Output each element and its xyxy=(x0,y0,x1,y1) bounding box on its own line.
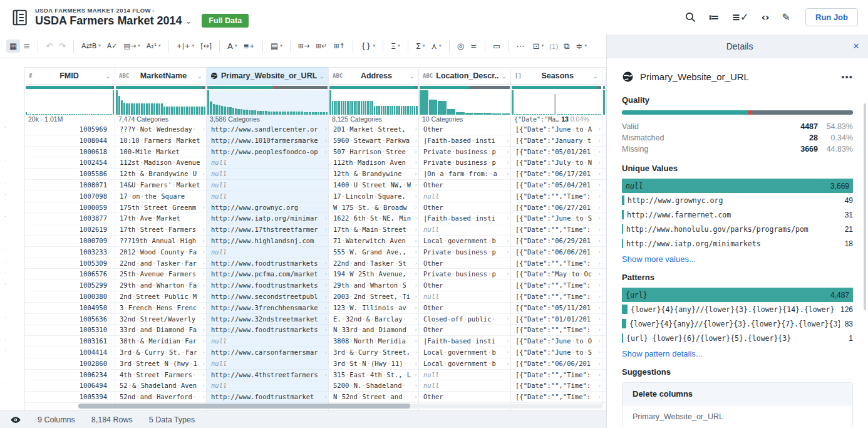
cell[interactable]: Private·business·p› xyxy=(419,269,510,280)
cell[interactable]: [{"Date":"05/04/201› xyxy=(511,180,602,191)
pattern-row[interactable]: {lower}{4}{any}//{lower}{3}.{lower}{7}.{… xyxy=(622,316,853,331)
transpose-icon[interactable]: ⊞↑ xyxy=(331,40,348,52)
histogram-bar[interactable] xyxy=(82,114,83,115)
histogram-bar[interactable] xyxy=(186,107,188,115)
cell[interactable]: null xyxy=(207,358,328,370)
histogram-bar[interactable] xyxy=(568,114,570,115)
cell[interactable]: Other xyxy=(419,202,510,214)
histogram-bar[interactable] xyxy=(407,106,409,115)
cell[interactable]: 1005310 xyxy=(25,325,115,336)
row-marker[interactable]: · xyxy=(0,290,24,301)
histogram-bar[interactable] xyxy=(405,106,407,115)
histogram-bar[interactable] xyxy=(381,106,383,115)
histogram-bar[interactable] xyxy=(245,110,247,115)
histogram-bar[interactable] xyxy=(63,114,64,115)
histogram-bar[interactable] xyxy=(581,114,583,115)
histogram-bar[interactable] xyxy=(403,106,405,115)
unique-value-row[interactable]: http://www.grownyc.org49 xyxy=(622,193,853,207)
cell[interactable]: null xyxy=(419,380,510,392)
cell[interactable]: 17·on·the·Square xyxy=(115,191,206,202)
cell[interactable]: http://www.foodtrustmarkets› xyxy=(207,280,328,291)
histogram-bar[interactable] xyxy=(108,114,110,115)
cell[interactable]: [{"Date":"","Time":› xyxy=(511,280,602,291)
histogram-bar[interactable] xyxy=(213,104,215,115)
histogram-bar[interactable] xyxy=(314,112,316,115)
row-marker[interactable]: · xyxy=(0,189,24,201)
histogram-bar[interactable] xyxy=(597,114,599,115)
select-columns-icon[interactable]: ⊡▾ xyxy=(530,39,547,53)
histogram-bar[interactable] xyxy=(396,106,398,115)
histogram-bar[interactable] xyxy=(550,114,552,115)
histogram-bar[interactable] xyxy=(534,114,536,115)
cell[interactable]: 1003877 xyxy=(25,213,115,224)
histogram-bar[interactable] xyxy=(273,112,275,115)
suggestion-card[interactable]: Delete columnsPrimary_Website_or_URL xyxy=(622,382,853,428)
histogram-bar[interactable] xyxy=(361,101,363,115)
cell[interactable]: [{"Date":"June·to·S› xyxy=(511,347,602,358)
histogram-bar[interactable] xyxy=(48,114,49,115)
cell[interactable]: 1004414 xyxy=(25,347,115,358)
histogram-bar[interactable] xyxy=(320,112,322,115)
row-marker[interactable]: · xyxy=(0,211,24,222)
cell[interactable]: http://www.secondstreetpubl› xyxy=(207,291,328,303)
cell[interactable]: 71·Waterwitch·Aven› xyxy=(329,236,418,247)
histogram-bar[interactable] xyxy=(523,114,525,115)
cell[interactable]: [{"Date":"","Time":› xyxy=(511,380,602,392)
quality-row-mismatched[interactable]: Mismatched280.34% xyxy=(622,132,853,144)
column-histogram[interactable] xyxy=(329,90,418,115)
histogram-bar[interactable] xyxy=(183,107,185,115)
cell[interactable]: 17·Lincoln·Square,› xyxy=(329,191,418,202)
cell[interactable]: null xyxy=(419,370,510,381)
histogram-bar[interactable] xyxy=(271,112,272,115)
histogram-bar[interactable] xyxy=(196,107,198,115)
cell[interactable]: 555·W.·Grand·Ave.,› xyxy=(329,247,418,258)
histogram-bar[interactable] xyxy=(141,103,143,115)
cell[interactable]: 194·W·25th·Avenue,› xyxy=(329,269,418,280)
row-marker[interactable]: · xyxy=(0,278,24,290)
histogram-bar[interactable] xyxy=(559,114,561,115)
row-marker[interactable]: · xyxy=(0,222,24,234)
histogram-bar[interactable] xyxy=(416,106,418,115)
cell[interactable]: 1008071 xyxy=(25,180,115,191)
histogram-bar[interactable] xyxy=(282,112,284,115)
pattern-row[interactable]: {lower}{4}{any}//{lower}{3}.{lower}{14}.… xyxy=(622,302,853,316)
cell[interactable]: http;//www.1010farmersmarke› xyxy=(207,135,328,147)
panel-scrollbar-thumb[interactable] xyxy=(864,103,866,310)
histogram-bar[interactable] xyxy=(249,110,251,115)
histogram-bar[interactable] xyxy=(100,114,101,115)
histogram-bar[interactable] xyxy=(243,110,245,115)
cell[interactable]: http://www.4thstreetfarmers› xyxy=(207,370,328,381)
histogram-bar[interactable] xyxy=(545,114,547,115)
histogram-bar[interactable] xyxy=(354,101,356,115)
pattern-row[interactable]: {url} {lower}{6}/{lower}{5}.{lower}{3}1 xyxy=(622,331,853,345)
histogram-bar[interactable] xyxy=(151,103,153,115)
histogram-bar[interactable] xyxy=(56,114,58,115)
cell[interactable]: 1002619 xyxy=(25,224,115,236)
replace-values-icon[interactable]: A⇄B▾ xyxy=(78,40,104,52)
histogram-bar[interactable] xyxy=(586,114,588,115)
cell[interactable]: 10:10·Farmers·Market xyxy=(115,135,206,147)
cell[interactable]: [{"Date":"June·to·S› xyxy=(511,213,602,224)
row-marker[interactable]: · xyxy=(0,378,24,390)
histogram-bar[interactable] xyxy=(378,106,380,115)
column-quality-bar[interactable] xyxy=(207,86,328,89)
histogram-bar[interactable] xyxy=(365,101,367,115)
histogram-bar[interactable] xyxy=(525,114,527,115)
histogram-bar[interactable] xyxy=(420,90,428,115)
histogram-bar[interactable] xyxy=(527,114,529,115)
histogram-bar[interactable] xyxy=(97,114,98,115)
histogram-bar[interactable] xyxy=(276,112,278,115)
cell[interactable]: 1000059 xyxy=(25,202,115,214)
histogram-bar[interactable] xyxy=(351,101,353,115)
cell[interactable]: [{"Date":"June·to·O› xyxy=(511,336,602,347)
cell[interactable]: [{"Date":"","Time":› xyxy=(511,370,602,381)
histogram-bar[interactable] xyxy=(36,114,38,115)
find-column-icon[interactable]: ⧉ xyxy=(561,39,572,53)
histogram-bar[interactable] xyxy=(341,101,343,115)
cell[interactable]: [{"Date":"","Time":› xyxy=(511,392,602,403)
histogram-bar[interactable] xyxy=(41,114,42,115)
histogram-bar[interactable] xyxy=(564,114,566,115)
pivot-icon[interactable]: ⊞→ xyxy=(295,40,313,52)
histogram-bar[interactable] xyxy=(30,114,31,115)
grid-view-icon[interactable]: ▦ xyxy=(6,39,20,53)
